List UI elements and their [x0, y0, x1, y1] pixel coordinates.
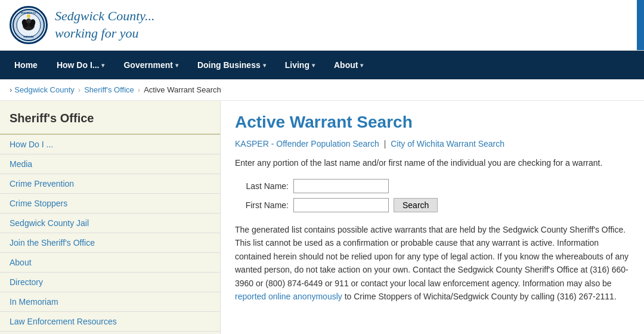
instruction-text: Enter any portion of the last name and/o…	[235, 157, 630, 169]
breadcrumb-separator: ›	[10, 85, 12, 94]
sidebar-item-jail[interactable]: Sedgwick County Jail	[0, 214, 220, 233]
site-title: Sedgwick County... working for you	[55, 8, 154, 42]
last-name-label: Last Name:	[235, 181, 289, 191]
logo-circle: KANSAS SEDGWICK CO.	[10, 6, 48, 44]
breadcrumb-current: Active Warrant Search	[144, 85, 221, 94]
sidebar-item-join[interactable]: Join the Sheriff's Office	[0, 233, 220, 252]
sidebar-item-directory[interactable]: Directory	[0, 273, 220, 292]
sidebar: Sheriff's Office How Do I ... Media Crim…	[0, 101, 221, 334]
list-item: Crime Stoppers	[0, 194, 220, 214]
page-title: Active Warrant Search	[235, 113, 630, 132]
breadcrumb-arrow: ›	[78, 85, 80, 94]
nav-about[interactable]: About ▾	[324, 51, 373, 79]
site-header: KANSAS SEDGWICK CO. Sedgwick County... w…	[0, 0, 644, 51]
nav-home[interactable]: Home	[5, 51, 47, 79]
list-item: Law Enforcement Resources	[0, 312, 220, 332]
search-button[interactable]: Search	[394, 198, 438, 212]
nav-doing-business[interactable]: Doing Business ▾	[188, 51, 275, 79]
list-item: Directory	[0, 273, 220, 292]
first-name-input[interactable]	[293, 198, 389, 212]
breadcrumb: › Sedgwick County › Sheriff's Office › A…	[0, 79, 644, 101]
blue-accent-bar	[637, 0, 644, 50]
list-item: In Memoriam	[0, 292, 220, 312]
disclaimer-text: The generated list contains possible act…	[235, 223, 630, 303]
list-item: About	[0, 253, 220, 273]
link-divider: |	[384, 139, 389, 149]
chevron-down-icon: ▾	[360, 62, 363, 69]
svg-point-5	[26, 18, 31, 23]
breadcrumb-sheriffs-office[interactable]: Sheriff's Office	[84, 85, 134, 94]
svg-text:KANSAS: KANSAS	[24, 35, 34, 38]
breadcrumb-sedgwick-county[interactable]: Sedgwick County	[14, 85, 74, 94]
last-name-input[interactable]	[293, 179, 389, 193]
sidebar-item-media[interactable]: Media	[0, 154, 220, 174]
chevron-down-icon: ▾	[175, 62, 178, 69]
external-links: KASPER - Offender Population Search | Ci…	[235, 139, 630, 149]
first-name-label: First Name:	[235, 200, 289, 210]
nav-living[interactable]: Living ▾	[275, 51, 324, 79]
main-content: Active Warrant Search KASPER - Offender …	[221, 101, 644, 334]
chevron-down-icon: ▾	[312, 62, 315, 69]
chevron-down-icon: ▾	[263, 62, 266, 69]
sidebar-item-in-memoriam[interactable]: In Memoriam	[0, 292, 220, 311]
nav-government[interactable]: Government ▾	[114, 51, 187, 79]
main-nav: Home How Do I... ▾ Government ▾ Doing Bu…	[0, 51, 644, 79]
list-item: Sedgwick County Jail	[0, 214, 220, 233]
logo-image: KANSAS SEDGWICK CO.	[12, 8, 45, 42]
sidebar-item-how-do-i[interactable]: How Do I ...	[0, 135, 220, 154]
sidebar-item-about[interactable]: About	[0, 253, 220, 272]
sidebar-item-crime-stoppers[interactable]: Crime Stoppers	[0, 194, 220, 213]
kasper-link[interactable]: KASPER - Offender Population Search	[235, 139, 379, 149]
logo-area: KANSAS SEDGWICK CO. Sedgwick County... w…	[10, 6, 154, 44]
svg-text:SEDGWICK CO.: SEDGWICK CO.	[21, 12, 36, 14]
list-item: How Do I ...	[0, 135, 220, 154]
wichita-warrant-link[interactable]: City of Wichita Warrant Search	[391, 139, 504, 149]
list-item: Crime Prevention	[0, 174, 220, 194]
breadcrumb-arrow: ›	[138, 85, 140, 94]
sidebar-item-law-enforcement[interactable]: Law Enforcement Resources	[0, 312, 220, 331]
search-form: Last Name: First Name: Search	[235, 179, 630, 212]
sidebar-menu: How Do I ... Media Crime Prevention Crim…	[0, 135, 220, 332]
content-area: Sheriff's Office How Do I ... Media Crim…	[0, 101, 644, 334]
list-item: Media	[0, 154, 220, 174]
report-anonymously-link[interactable]: reported online anonymously	[235, 292, 342, 301]
list-item: Join the Sheriff's Office	[0, 233, 220, 253]
sidebar-item-crime-prevention[interactable]: Crime Prevention	[0, 174, 220, 193]
nav-how-do-i[interactable]: How Do I... ▾	[47, 51, 114, 79]
chevron-down-icon: ▾	[101, 62, 104, 69]
last-name-row: Last Name:	[235, 179, 630, 193]
sidebar-title: Sheriff's Office	[0, 101, 220, 135]
first-name-row: First Name: Search	[235, 198, 630, 212]
svg-point-6	[27, 14, 30, 18]
